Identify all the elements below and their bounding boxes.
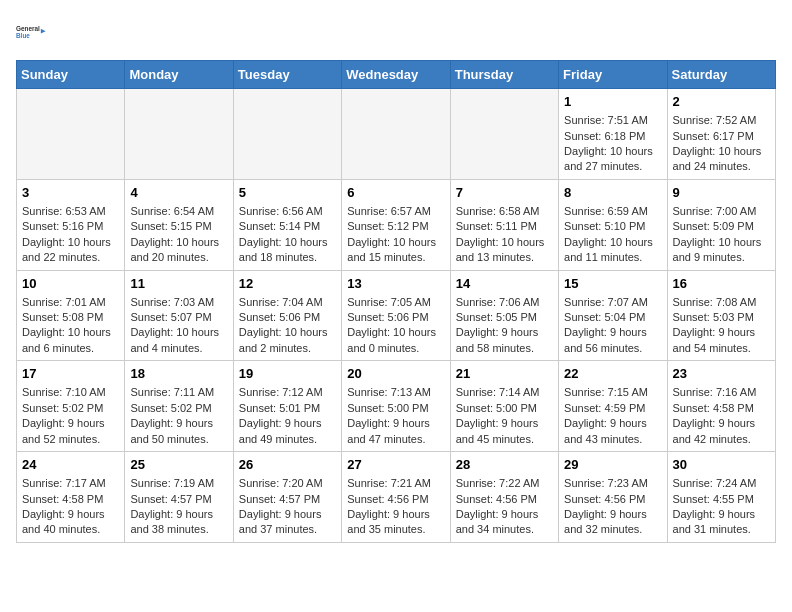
day-info: Sunrise: 7:15 AM Sunset: 4:59 PM Dayligh… [564,385,661,447]
day-number: 10 [22,275,119,293]
day-info: Sunrise: 7:19 AM Sunset: 4:57 PM Dayligh… [130,476,227,538]
day-number: 2 [673,93,770,111]
day-number: 28 [456,456,553,474]
day-info: Sunrise: 6:53 AM Sunset: 5:16 PM Dayligh… [22,204,119,266]
calendar-cell: 27Sunrise: 7:21 AM Sunset: 4:56 PM Dayli… [342,452,450,543]
calendar-cell: 14Sunrise: 7:06 AM Sunset: 5:05 PM Dayli… [450,270,558,361]
day-info: Sunrise: 7:06 AM Sunset: 5:05 PM Dayligh… [456,295,553,357]
day-number: 5 [239,184,336,202]
day-info: Sunrise: 7:04 AM Sunset: 5:06 PM Dayligh… [239,295,336,357]
weekday-header: Thursday [450,61,558,89]
day-info: Sunrise: 7:00 AM Sunset: 5:09 PM Dayligh… [673,204,770,266]
day-info: Sunrise: 7:22 AM Sunset: 4:56 PM Dayligh… [456,476,553,538]
calendar-cell: 1Sunrise: 7:51 AM Sunset: 6:18 PM Daylig… [559,89,667,180]
day-number: 15 [564,275,661,293]
calendar-header-row: SundayMondayTuesdayWednesdayThursdayFrid… [17,61,776,89]
day-info: Sunrise: 7:01 AM Sunset: 5:08 PM Dayligh… [22,295,119,357]
calendar-cell: 20Sunrise: 7:13 AM Sunset: 5:00 PM Dayli… [342,361,450,452]
day-info: Sunrise: 7:08 AM Sunset: 5:03 PM Dayligh… [673,295,770,357]
calendar-cell [17,89,125,180]
day-info: Sunrise: 6:58 AM Sunset: 5:11 PM Dayligh… [456,204,553,266]
day-number: 13 [347,275,444,293]
day-number: 3 [22,184,119,202]
day-info: Sunrise: 7:10 AM Sunset: 5:02 PM Dayligh… [22,385,119,447]
calendar-cell: 17Sunrise: 7:10 AM Sunset: 5:02 PM Dayli… [17,361,125,452]
day-number: 18 [130,365,227,383]
day-number: 30 [673,456,770,474]
day-info: Sunrise: 7:05 AM Sunset: 5:06 PM Dayligh… [347,295,444,357]
calendar-week-row: 24Sunrise: 7:17 AM Sunset: 4:58 PM Dayli… [17,452,776,543]
calendar-cell: 26Sunrise: 7:20 AM Sunset: 4:57 PM Dayli… [233,452,341,543]
calendar-cell: 30Sunrise: 7:24 AM Sunset: 4:55 PM Dayli… [667,452,775,543]
day-info: Sunrise: 7:16 AM Sunset: 4:58 PM Dayligh… [673,385,770,447]
calendar-cell: 4Sunrise: 6:54 AM Sunset: 5:15 PM Daylig… [125,179,233,270]
calendar-cell: 7Sunrise: 6:58 AM Sunset: 5:11 PM Daylig… [450,179,558,270]
day-info: Sunrise: 7:14 AM Sunset: 5:00 PM Dayligh… [456,385,553,447]
calendar-week-row: 17Sunrise: 7:10 AM Sunset: 5:02 PM Dayli… [17,361,776,452]
calendar-cell: 24Sunrise: 7:17 AM Sunset: 4:58 PM Dayli… [17,452,125,543]
day-info: Sunrise: 7:23 AM Sunset: 4:56 PM Dayligh… [564,476,661,538]
calendar-cell: 11Sunrise: 7:03 AM Sunset: 5:07 PM Dayli… [125,270,233,361]
day-number: 25 [130,456,227,474]
svg-text:Blue: Blue [16,32,30,39]
day-info: Sunrise: 7:07 AM Sunset: 5:04 PM Dayligh… [564,295,661,357]
calendar-cell: 2Sunrise: 7:52 AM Sunset: 6:17 PM Daylig… [667,89,775,180]
calendar-cell: 5Sunrise: 6:56 AM Sunset: 5:14 PM Daylig… [233,179,341,270]
day-number: 19 [239,365,336,383]
calendar-cell: 22Sunrise: 7:15 AM Sunset: 4:59 PM Dayli… [559,361,667,452]
day-info: Sunrise: 6:56 AM Sunset: 5:14 PM Dayligh… [239,204,336,266]
calendar-cell: 23Sunrise: 7:16 AM Sunset: 4:58 PM Dayli… [667,361,775,452]
calendar-cell [233,89,341,180]
calendar-cell: 18Sunrise: 7:11 AM Sunset: 5:02 PM Dayli… [125,361,233,452]
day-info: Sunrise: 7:17 AM Sunset: 4:58 PM Dayligh… [22,476,119,538]
day-number: 26 [239,456,336,474]
day-info: Sunrise: 7:13 AM Sunset: 5:00 PM Dayligh… [347,385,444,447]
page-header: GeneralBlue [16,16,776,48]
logo: GeneralBlue [16,16,48,48]
day-number: 21 [456,365,553,383]
day-info: Sunrise: 6:54 AM Sunset: 5:15 PM Dayligh… [130,204,227,266]
calendar-cell: 21Sunrise: 7:14 AM Sunset: 5:00 PM Dayli… [450,361,558,452]
day-number: 17 [22,365,119,383]
day-number: 16 [673,275,770,293]
calendar-cell: 12Sunrise: 7:04 AM Sunset: 5:06 PM Dayli… [233,270,341,361]
calendar-cell: 15Sunrise: 7:07 AM Sunset: 5:04 PM Dayli… [559,270,667,361]
calendar-cell: 6Sunrise: 6:57 AM Sunset: 5:12 PM Daylig… [342,179,450,270]
day-number: 23 [673,365,770,383]
calendar-cell [342,89,450,180]
weekday-header: Tuesday [233,61,341,89]
calendar-cell: 9Sunrise: 7:00 AM Sunset: 5:09 PM Daylig… [667,179,775,270]
day-info: Sunrise: 6:57 AM Sunset: 5:12 PM Dayligh… [347,204,444,266]
day-number: 14 [456,275,553,293]
calendar-week-row: 1Sunrise: 7:51 AM Sunset: 6:18 PM Daylig… [17,89,776,180]
day-number: 1 [564,93,661,111]
svg-marker-2 [41,29,46,34]
day-number: 7 [456,184,553,202]
weekday-header: Friday [559,61,667,89]
calendar-cell: 25Sunrise: 7:19 AM Sunset: 4:57 PM Dayli… [125,452,233,543]
calendar-cell: 13Sunrise: 7:05 AM Sunset: 5:06 PM Dayli… [342,270,450,361]
calendar-cell: 19Sunrise: 7:12 AM Sunset: 5:01 PM Dayli… [233,361,341,452]
day-number: 12 [239,275,336,293]
day-info: Sunrise: 7:11 AM Sunset: 5:02 PM Dayligh… [130,385,227,447]
calendar-cell: 8Sunrise: 6:59 AM Sunset: 5:10 PM Daylig… [559,179,667,270]
day-number: 29 [564,456,661,474]
calendar-week-row: 3Sunrise: 6:53 AM Sunset: 5:16 PM Daylig… [17,179,776,270]
calendar-table: SundayMondayTuesdayWednesdayThursdayFrid… [16,60,776,543]
day-number: 11 [130,275,227,293]
logo-icon: GeneralBlue [16,16,48,48]
weekday-header: Saturday [667,61,775,89]
day-number: 22 [564,365,661,383]
calendar-cell [125,89,233,180]
weekday-header: Monday [125,61,233,89]
calendar-cell: 16Sunrise: 7:08 AM Sunset: 5:03 PM Dayli… [667,270,775,361]
day-info: Sunrise: 7:24 AM Sunset: 4:55 PM Dayligh… [673,476,770,538]
weekday-header: Sunday [17,61,125,89]
day-info: Sunrise: 7:03 AM Sunset: 5:07 PM Dayligh… [130,295,227,357]
calendar-cell [450,89,558,180]
day-number: 6 [347,184,444,202]
day-info: Sunrise: 7:12 AM Sunset: 5:01 PM Dayligh… [239,385,336,447]
calendar-cell: 10Sunrise: 7:01 AM Sunset: 5:08 PM Dayli… [17,270,125,361]
day-info: Sunrise: 7:51 AM Sunset: 6:18 PM Dayligh… [564,113,661,175]
svg-text:General: General [16,25,40,32]
